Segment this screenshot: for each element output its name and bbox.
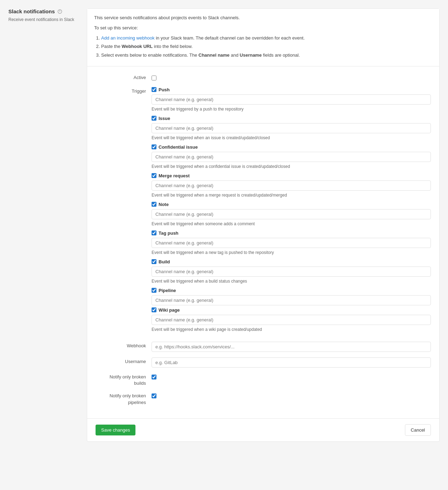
trigger-label: Trigger [96,87,152,94]
confidential-issue-label: Confidential issue [159,144,198,150]
trigger-note: Note Event will be triggered when someon… [152,202,431,230]
issue-checkbox[interactable] [152,116,156,121]
step-1: Add an incoming webhook in your Slack te… [101,35,432,42]
info-intro: This service sends notifications about p… [94,14,432,22]
notify-broken-pipelines-checkbox[interactable] [152,393,156,398]
notify-broken-pipelines-row: Notify only brokenpipelines [96,392,431,405]
step-3: Select events below to enable notificati… [101,52,432,59]
notify-broken-pipelines-control [152,392,431,399]
notify-broken-builds-label: Notify only brokenbuilds [96,373,152,386]
sidebar: Slack notifications Receive event notifi… [8,8,78,442]
webhook-row: Webhook [96,342,431,352]
merge-request-desc: Event will be triggered when a merge req… [152,193,431,198]
wiki-page-desc: Event will be triggered when a wiki page… [152,327,431,332]
sidebar-subtitle: Receive event notifications in Slack [8,16,78,23]
push-checkbox[interactable] [152,87,156,92]
issue-label: Issue [159,116,170,121]
info-box: This service sends notifications about p… [87,9,439,66]
issue-channel-input[interactable] [152,123,431,133]
trigger-push: Push Event will be triggered by a push t… [152,87,431,116]
note-channel-input[interactable] [152,209,431,219]
note-label: Note [159,202,169,207]
build-channel-input[interactable] [152,267,431,277]
merge-request-label: Merge request [159,173,190,178]
username-control [152,357,431,368]
trigger-items: Push Event will be triggered by a push t… [152,87,431,336]
incoming-webhook-link[interactable]: Add an incoming webhook [101,35,155,41]
build-checkbox[interactable] [152,259,156,264]
build-label: Build [159,259,170,264]
trigger-tag-push: Tag push Event will be triggered when a … [152,230,431,259]
notify-broken-pipelines-label: Notify only brokenpipelines [96,392,152,405]
save-button[interactable]: Save changes [96,425,135,435]
pipeline-checkbox[interactable] [152,288,156,293]
note-desc: Event will be triggered when someone add… [152,221,431,226]
form-body: Active Trigger Push Event wil [87,66,439,418]
merge-request-channel-input[interactable] [152,180,431,191]
page-title: Slack notifications [8,8,78,14]
notify-broken-builds-row: Notify only brokenbuilds [96,373,431,386]
tag-push-channel-input[interactable] [152,238,431,248]
tag-push-label: Tag push [159,230,178,236]
username-input[interactable] [152,357,431,368]
trigger-build: Build Event will be triggered when a bui… [152,259,431,288]
webhook-control [152,342,431,352]
cancel-button[interactable]: Cancel [405,424,431,436]
webhook-input[interactable] [152,342,431,352]
notify-broken-builds-control [152,373,431,381]
title-text: Slack notifications [8,8,55,14]
build-desc: Event will be triggered when a build sta… [152,279,431,284]
wiki-page-label: Wiki page [159,307,180,313]
confidential-issue-desc: Event will be triggered when a confident… [152,164,431,169]
power-icon [57,9,63,14]
wiki-page-channel-input[interactable] [152,315,431,325]
note-checkbox[interactable] [152,202,156,207]
notify-broken-builds-checkbox[interactable] [152,375,156,379]
pipeline-label: Pipeline [159,288,176,293]
step-2: Paste the Webhook URL into the field bel… [101,43,432,50]
trigger-issue: Issue Event will be triggered when an is… [152,116,431,144]
push-channel-input[interactable] [152,94,431,105]
username-row: Username [96,357,431,368]
pipeline-channel-input[interactable] [152,295,431,305]
info-setup-label: To set up this service: [94,24,432,32]
webhook-label: Webhook [96,342,152,348]
trigger-confidential-issue: Confidential issue Event will be trigger… [152,144,431,173]
wiki-page-checkbox[interactable] [152,307,156,312]
active-control [152,73,431,81]
tag-push-checkbox[interactable] [152,230,156,235]
active-label: Active [96,73,152,80]
confidential-issue-checkbox[interactable] [152,144,156,149]
setup-steps: Add an incoming webhook in your Slack te… [94,35,432,59]
trigger-pipeline: Pipeline [152,288,431,307]
tag-push-desc: Event will be triggered when a new tag i… [152,250,431,255]
issue-desc: Event will be triggered when an issue is… [152,135,431,140]
active-row: Active [96,73,431,81]
confidential-issue-channel-input[interactable] [152,152,431,162]
push-desc: Event will be triggered by a push to the… [152,107,431,112]
trigger-row: Trigger Push Event will be triggered by … [96,87,431,336]
main-content: This service sends notifications about p… [87,8,440,442]
merge-request-checkbox[interactable] [152,173,156,178]
trigger-merge-request: Merge request Event will be triggered wh… [152,173,431,202]
active-checkbox[interactable] [152,76,156,80]
form-footer: Save changes Cancel [87,418,439,441]
username-label: Username [96,357,152,364]
push-label: Push [159,87,170,92]
trigger-wiki-page: Wiki page Event will be triggered when a… [152,307,431,336]
